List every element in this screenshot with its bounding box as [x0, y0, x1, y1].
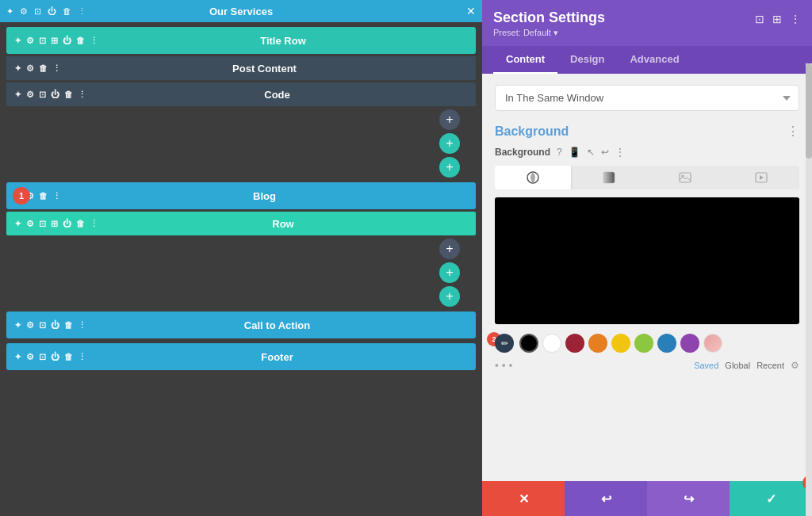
delete-icon[interactable]: 🗑 [76, 219, 85, 229]
move-icon[interactable]: ✦ [14, 36, 21, 46]
power-icon[interactable]: ⏻ [51, 320, 59, 331]
redo-button[interactable]: ↪ [647, 481, 730, 516]
title-row-header[interactable]: ✦ ⚙ ⊡ ⊞ ⏻ 🗑 ⋮ Title Row [6, 27, 476, 54]
more-icon[interactable]: ⋮ [78, 320, 86, 331]
bg-type-gradient[interactable] [571, 166, 647, 189]
more-icon[interactable]: ⋮ [90, 36, 98, 46]
move-icon[interactable]: ✦ [14, 320, 21, 331]
fullscreen-icon[interactable]: ⊡ [755, 13, 764, 25]
code-header[interactable]: ✦ ⚙ ⊡ ⏻ 🗑 ⋮ Code [6, 82, 476, 106]
blog-section: 1 ✦ ⚙ 🗑 ⋮ Blog ✦ ⚙ ⊡ ⊞ ⏻ 🗑 ⋮ [6, 182, 476, 307]
mobile-icon[interactable]: 📱 [569, 147, 580, 158]
swatch-white[interactable] [542, 334, 561, 353]
more-icon[interactable]: ⋮ [78, 90, 86, 100]
gear-icon[interactable]: ⚙ [20, 6, 28, 17]
add-module-button-1[interactable]: + [439, 133, 460, 154]
more-icon[interactable]: ⋮ [78, 6, 86, 17]
window-target-select[interactable]: In The Same Window In A New Window [495, 85, 799, 111]
cancel-button[interactable]: ✕ [482, 481, 565, 516]
more-icon[interactable]: ⋮ [52, 63, 61, 74]
move-icon[interactable]: ✦ [14, 90, 21, 100]
global-link[interactable]: Global [725, 361, 750, 370]
gear-icon[interactable]: ⚙ [26, 352, 34, 362]
columns-icon[interactable]: ⊞ [51, 219, 58, 229]
delete-icon[interactable]: 🗑 [39, 191, 48, 201]
duplicate-icon[interactable]: ⊡ [39, 90, 46, 100]
power-icon[interactable]: ⏻ [51, 352, 59, 362]
swatch-purple[interactable] [680, 334, 699, 353]
reset-button[interactable]: ↩ [565, 481, 647, 516]
delete-icon[interactable]: 🗑 [64, 90, 73, 100]
more-options-icon[interactable]: ⋮ [790, 13, 801, 25]
move-icon[interactable]: ✦ [14, 63, 21, 74]
swatch-yellow[interactable] [611, 334, 630, 353]
move-icon[interactable]: ✦ [14, 352, 21, 362]
gear-icon[interactable]: ⚙ [26, 219, 34, 229]
pointer-icon[interactable]: ↖ [587, 147, 595, 158]
more-icon[interactable]: ⋮ [90, 219, 98, 229]
color-preview-box[interactable] [495, 197, 799, 324]
tab-advanced[interactable]: Advanced [617, 46, 691, 74]
svg-marker-5 [760, 175, 764, 180]
move-icon[interactable]: ✦ [14, 219, 21, 229]
duplicate-icon[interactable]: ⊡ [34, 6, 41, 17]
columns-icon[interactable]: ⊞ [51, 36, 58, 46]
gear-icon[interactable]: ⚙ [26, 90, 34, 100]
scrollbar-thumb[interactable] [806, 63, 812, 159]
gear-icon[interactable]: ⚙ [26, 36, 34, 46]
power-icon[interactable]: ⏻ [51, 90, 59, 100]
power-icon[interactable]: ⏻ [48, 6, 56, 17]
reset-icon[interactable]: ↩ [601, 147, 609, 158]
footer-header[interactable]: ✦ ⚙ ⊡ ⏻ 🗑 ⋮ Footer [6, 343, 476, 370]
power-icon[interactable]: ⏻ [63, 36, 71, 46]
add-row-button-2[interactable]: + [439, 239, 460, 259]
dots-icon[interactable]: • • • [495, 359, 512, 372]
swatch-black[interactable] [519, 334, 538, 353]
add-row-button-1[interactable]: + [439, 109, 460, 130]
bg-type-video[interactable] [723, 166, 799, 189]
add-section-button-2[interactable]: + [439, 286, 460, 307]
swatch-orange[interactable] [588, 334, 607, 353]
bg-more-icon2[interactable]: ⋮ [615, 147, 625, 158]
delete-icon[interactable]: 🗑 [64, 320, 73, 331]
save-button[interactable]: ✓ 3 [730, 481, 812, 516]
pencil-color-button[interactable]: ✏ [495, 334, 514, 353]
help-icon[interactable]: ? [557, 147, 562, 158]
swatch-red[interactable] [565, 334, 584, 353]
gear-icon[interactable]: ⚙ [26, 63, 34, 74]
duplicate-icon[interactable]: ⊡ [39, 219, 46, 229]
delete-icon[interactable]: 🗑 [64, 352, 73, 362]
more-icon[interactable]: ⋮ [52, 191, 61, 201]
cta-icons: ✦ ⚙ ⊡ ⏻ 🗑 ⋮ [14, 320, 86, 331]
post-content-header[interactable]: ✦ ⚙ 🗑 ⋮ Post Content [6, 56, 476, 80]
power-icon[interactable]: ⏻ [63, 219, 71, 229]
settings-gear-icon[interactable]: ⚙ [791, 360, 799, 371]
bg-more-icon[interactable]: ⋮ [787, 124, 799, 139]
duplicate-icon[interactable]: ⊡ [39, 352, 46, 362]
swatch-pink[interactable] [703, 334, 722, 353]
settings-preset[interactable]: Preset: Default ▾ [493, 28, 605, 38]
cta-header[interactable]: ✦ ⚙ ⊡ ⏻ 🗑 ⋮ Call to Action [6, 312, 476, 338]
add-section-button-1[interactable]: + [439, 157, 460, 178]
delete-icon[interactable]: 🗑 [76, 36, 85, 46]
swatch-green[interactable] [634, 334, 653, 353]
add-module-button-2[interactable]: + [439, 262, 460, 283]
delete-icon[interactable]: 🗑 [39, 63, 48, 74]
sidebar-icon[interactable]: ⊞ [772, 13, 782, 25]
bg-type-color[interactable] [495, 166, 571, 189]
row-header[interactable]: ✦ ⚙ ⊡ ⊞ ⏻ 🗑 ⋮ Row [6, 212, 476, 235]
saved-link[interactable]: Saved [694, 361, 718, 370]
tab-design[interactable]: Design [557, 46, 617, 74]
duplicate-icon[interactable]: ⊡ [39, 320, 46, 331]
gear-icon[interactable]: ⚙ [26, 320, 34, 331]
recent-link[interactable]: Recent [756, 361, 784, 370]
blog-section-header[interactable]: ✦ ⚙ 🗑 ⋮ Blog [6, 182, 476, 209]
close-icon[interactable]: ✕ [466, 5, 476, 17]
duplicate-icon[interactable]: ⊡ [39, 36, 46, 46]
move-icon[interactable]: ✦ [6, 6, 13, 17]
bg-type-image[interactable] [647, 166, 723, 189]
delete-icon[interactable]: 🗑 [63, 6, 71, 17]
swatch-blue[interactable] [657, 334, 676, 353]
more-icon[interactable]: ⋮ [78, 352, 86, 362]
tab-content[interactable]: Content [493, 46, 557, 74]
